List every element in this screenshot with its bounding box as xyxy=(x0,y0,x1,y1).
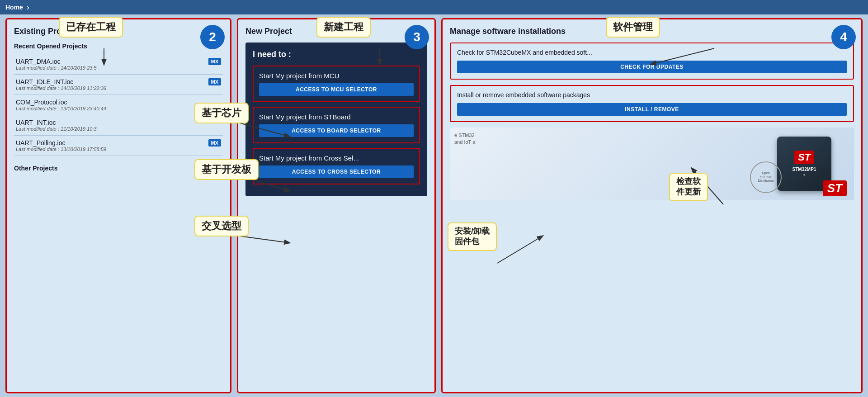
badge-3: 3 xyxy=(405,25,429,49)
badge-4: 4 xyxy=(831,25,856,49)
project-date: Last modified date : 13/10/2019 17:58:59 xyxy=(16,147,106,152)
existing-projects-panel: Existing Projects 2 Recent Opened Projec… xyxy=(5,18,231,393)
new-project-panel: New Project 3 I need to : Start My proje… xyxy=(237,18,436,393)
breadcrumb-arrow: › xyxy=(27,3,29,12)
project-date: Last modified date : 14/10/2019 23:5 xyxy=(16,65,97,71)
project-name: COM_Protocol.ioc xyxy=(16,99,106,106)
check-updates-button[interactable]: CHECK FOR UPDATES xyxy=(457,61,847,73)
new-project-inner: I need to : Start My project from MCU AC… xyxy=(245,43,427,196)
board-selector-button[interactable]: ACCESS TO BOARD SELECTOR xyxy=(259,124,414,137)
project-date: Last modified date : 14/10/2019 11:22:36 xyxy=(16,85,106,91)
project-name: UART_INT.ioc xyxy=(16,119,97,126)
install-remove-desc: Install or remove embedded software pack… xyxy=(457,91,847,99)
recent-projects-subtitle: Recent Opened Projects xyxy=(14,43,223,50)
project-item[interactable]: UART_DMA.ioc Last modified date : 14/10/… xyxy=(14,54,223,75)
chip-model: STM32MP1 xyxy=(793,167,816,172)
annotation-install: 安装/卸载固件包 xyxy=(448,222,497,251)
project-item[interactable]: COM_Protocol.ioc Last modified date : 13… xyxy=(14,95,223,115)
cross-selector-button[interactable]: ACCESS TO CROSS SELECTOR xyxy=(259,165,414,178)
annotation-board: 基于开发板 xyxy=(194,159,259,180)
annotation-software: 软件管理 xyxy=(606,17,660,38)
home-link[interactable]: Home xyxy=(5,4,23,11)
board-option-title: Start My project from STBoard xyxy=(259,113,414,121)
chip-logo: ST xyxy=(794,151,814,164)
openst-logo: OpenSTLinuxDistribution xyxy=(750,161,782,193)
project-name: UART_DMA.ioc xyxy=(16,58,97,65)
need-to-label: I need to : xyxy=(253,50,420,59)
annotation-new: 新建工程 xyxy=(316,17,371,38)
project-item[interactable]: UART_Polling.ioc Last modified date : 13… xyxy=(14,136,223,156)
project-badge: MX xyxy=(208,58,222,65)
annotation-existing: 已存在工程 xyxy=(59,17,123,38)
annotation-cross: 交叉选型 xyxy=(194,216,249,236)
project-badge: MX xyxy=(208,78,222,85)
annotation-mcu: 基于芯片 xyxy=(194,103,249,123)
project-date: Last modified date : 13/10/2019 23:40:44 xyxy=(16,106,106,111)
annotation-check: 检查软件更新 xyxy=(669,173,708,201)
check-updates-desc: Check for STM32CubeMX and embedded soft.… xyxy=(457,49,847,56)
other-projects-label: Other Projects xyxy=(14,165,57,172)
software-panel: Manage software installations 4 Check fo… xyxy=(441,18,863,393)
st-brand-logo: ST xyxy=(823,180,847,196)
chip-subtitle: ● xyxy=(803,173,806,177)
mcu-option-title: Start My project from MCU xyxy=(259,72,414,80)
project-badge: MX xyxy=(208,139,222,147)
check-updates-option: Check for STM32CubeMX and embedded soft.… xyxy=(450,43,854,80)
top-bar: Home › xyxy=(0,0,868,14)
bottom-image-area: e STM32and IoT a ST STM32MP1 ● ST OpenST… xyxy=(450,128,854,200)
main-content: 已存在工程 新建工程 软件管理 基于芯片 基于开发板 交叉选型 安装/卸载固件包… xyxy=(0,14,868,397)
mcu-option: Start My project from MCU ACCESS TO MCU … xyxy=(253,66,420,102)
bottom-text: e STM32and IoT a xyxy=(454,132,475,146)
project-item[interactable]: UART_IDLE_INT.ioc Last modified date : 1… xyxy=(14,75,223,95)
st-logo-area: ST xyxy=(823,180,847,196)
project-name: UART_Polling.ioc xyxy=(16,139,106,147)
board-option: Start My project from STBoard ACCESS TO … xyxy=(253,107,420,143)
badge-2: 2 xyxy=(200,25,225,49)
other-projects-section[interactable]: Other Projects 📁 xyxy=(14,162,223,174)
install-remove-button[interactable]: INSTALL / REMOVE xyxy=(457,103,847,116)
project-item[interactable]: UART_INT.ioc Last modified date : 11/10/… xyxy=(14,115,223,136)
install-remove-option: Install or remove embedded software pack… xyxy=(450,85,854,122)
project-name: UART_IDLE_INT.ioc xyxy=(16,78,106,85)
cross-option-title: Start My project from Cross Sel... xyxy=(259,154,414,162)
cross-option: Start My project from Cross Sel... ACCES… xyxy=(253,148,420,184)
project-date: Last modified date : 11/10/2019 10:3 xyxy=(16,126,97,132)
mcu-selector-button[interactable]: ACCESS TO MCU SELECTOR xyxy=(259,83,414,96)
